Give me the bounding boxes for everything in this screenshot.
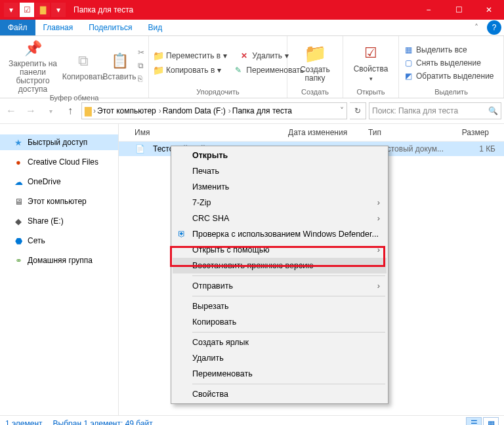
tab-home[interactable]: Главная: [35, 20, 81, 35]
properties-button[interactable]: ☑ Свойства ▾: [347, 43, 394, 83]
status-bar: 1 элемент Выбран 1 элемент: 49 байт ☰ ▦: [0, 415, 504, 425]
sidebar-item-4[interactable]: ◆Share (E:): [0, 213, 118, 229]
pin-button[interactable]: 📌 Закрепить на панели быстрого доступа: [4, 37, 62, 94]
tab-share[interactable]: Поделиться: [81, 20, 140, 35]
menu-open[interactable]: Открыть: [173, 148, 387, 163]
menu-shortcut[interactable]: Создать ярлык: [173, 334, 387, 350]
titlebar: ▾ ☑ ▇ ▾ Папка для теста − ☐ ✕: [0, 0, 504, 20]
menu-print[interactable]: Печать: [173, 163, 387, 179]
paste-button[interactable]: 📋 Вставить: [105, 51, 134, 81]
help-icon[interactable]: ?: [487, 20, 501, 35]
select-all-button[interactable]: ▦Выделить все: [403, 44, 467, 56]
refresh-button[interactable]: ↻: [350, 102, 366, 119]
clipboard-extra-icons: ✂ ⧉ ⎘: [138, 48, 144, 83]
minimize-button[interactable]: −: [413, 0, 444, 20]
address-bar: ← → ▾ ↑ ▇ › Этот компьютер› Random Data …: [0, 98, 504, 124]
sidebar-item-6[interactable]: ⚭Домашняя группа: [0, 253, 118, 268]
new-folder-button[interactable]: 📁 Создать папку: [291, 43, 339, 83]
menu-send-to[interactable]: Отправить›: [173, 278, 387, 294]
properties-icon[interactable]: ☑: [20, 3, 34, 17]
context-menu: Открыть Печать Изменить 7-Zip› CRC SHA› …: [171, 146, 388, 404]
group-clipboard: 📌 Закрепить на панели быстрого доступа ⧉…: [0, 36, 149, 98]
column-headers[interactable]: Имя Дата изменения Тип Размер: [119, 124, 504, 142]
select-none-button[interactable]: ▢Снять выделение: [403, 57, 481, 69]
copy-icon: ⧉: [73, 51, 94, 71]
sidebar-item-1[interactable]: ●Creative Cloud Files: [0, 154, 118, 170]
menu-delete[interactable]: Удалить: [173, 350, 387, 366]
crumb-computer[interactable]: Этот компьютер›: [97, 106, 161, 115]
menu-crc[interactable]: CRC SHA›: [173, 211, 387, 226]
pin-icon: 📌: [22, 37, 43, 58]
file-icon: 📄: [131, 144, 149, 153]
crumb-folder[interactable]: Папка для теста: [232, 106, 292, 115]
selection-info: Выбран 1 элемент: 49 байт: [53, 419, 153, 425]
ribbon: 📌 Закрепить на панели быстрого доступа ⧉…: [0, 36, 504, 98]
copy-to-button[interactable]: 📁Копировать в ▾: [153, 64, 221, 76]
menu-edit[interactable]: Изменить: [173, 179, 387, 195]
cut-icon[interactable]: ✂: [138, 48, 144, 57]
copy-button[interactable]: ⧉ Копировать: [66, 51, 101, 81]
invert-selection-button[interactable]: ◩Обратить выделение: [403, 70, 494, 82]
details-view-button[interactable]: ☰: [466, 417, 482, 425]
group-select: ▦Выделить все ▢Снять выделение ◩Обратить…: [399, 36, 504, 98]
properties-icon: ☑: [360, 43, 381, 64]
window-title: Папка для теста: [66, 5, 413, 14]
folder-icon[interactable]: ▇: [35, 3, 50, 17]
back-button[interactable]: ←: [3, 102, 20, 119]
sidebar-icon: ★: [13, 137, 24, 148]
ribbon-tabs: Файл Главная Поделиться Вид ˄ ?: [0, 20, 504, 36]
folder-icon: ▇: [85, 106, 92, 116]
breadcrumb[interactable]: ▇ › Этот компьютер› Random Data (F:)› Па…: [81, 102, 347, 119]
up-button[interactable]: ↑: [62, 102, 79, 119]
folder-icon: 📁: [304, 43, 326, 64]
forward-button[interactable]: →: [22, 102, 39, 119]
paste-shortcut-icon[interactable]: ⎘: [138, 74, 144, 83]
sidebar-item-0[interactable]: ★Быстрый доступ: [0, 134, 118, 150]
menu-cut[interactable]: Вырезать: [173, 298, 387, 314]
recent-locations-icon[interactable]: ▾: [42, 102, 59, 119]
copypath-icon[interactable]: ⧉: [138, 61, 144, 70]
menu-properties[interactable]: Свойства: [173, 386, 387, 402]
sidebar-icon: ⚭: [13, 255, 24, 266]
crumb-drive[interactable]: Random Data (F:)›: [163, 106, 231, 115]
tab-view[interactable]: Вид: [140, 20, 170, 35]
sidebar-icon: ◆: [13, 216, 24, 226]
sidebar-item-2[interactable]: ☁OneDrive: [0, 174, 118, 190]
group-open: ☑ Свойства ▾ Открыть: [343, 36, 399, 98]
tab-file[interactable]: Файл: [0, 20, 35, 35]
chevron-down-icon[interactable]: ˅: [340, 106, 344, 115]
search-icon: 🔍: [488, 106, 498, 115]
shield-icon: ⛨: [177, 230, 187, 239]
close-button[interactable]: ✕: [474, 0, 504, 20]
delete-button[interactable]: ✕Удалить ▾: [239, 50, 289, 62]
quick-access-toolbar: ▾ ☑ ▇ ▾: [0, 3, 66, 17]
menu-7zip[interactable]: 7-Zip›: [173, 195, 387, 211]
menu-restore-previous[interactable]: Восстановить прежнюю версию: [173, 258, 387, 273]
paste-icon: 📋: [109, 51, 130, 71]
search-input[interactable]: Поиск: Папка для теста 🔍: [369, 102, 501, 119]
menu-copy[interactable]: Копировать: [173, 314, 387, 330]
qat-dropdown-icon[interactable]: ▾: [51, 3, 66, 17]
sidebar-icon: ●: [13, 157, 24, 167]
maximize-button[interactable]: ☐: [444, 0, 474, 20]
move-to-button[interactable]: 📁Переместить в ▾: [153, 50, 227, 62]
sidebar-icon: 🖥: [13, 196, 24, 207]
sidebar-icon: ⬣: [13, 235, 24, 246]
item-count: 1 элемент: [5, 419, 43, 425]
tiles-view-button[interactable]: ▦: [483, 417, 499, 425]
sidebar-icon: ☁: [13, 176, 24, 187]
sidebar-item-3[interactable]: 🖥Этот компьютер: [0, 193, 118, 209]
sidebar-item-5[interactable]: ⬣Сеть: [0, 233, 118, 249]
menu-rename[interactable]: Переименовать: [173, 366, 387, 382]
sidebar: ★Быстрый доступ●Creative Cloud Files☁One…: [0, 124, 119, 415]
menu-open-with[interactable]: Открыть с помощью›: [173, 242, 387, 258]
group-new: 📁 Создать папку Создать: [287, 36, 343, 98]
menu-defender[interactable]: ⛨Проверка с использованием Windows Defen…: [173, 226, 387, 242]
window-buttons: − ☐ ✕: [413, 0, 504, 20]
group-organize: 📁Переместить в ▾ ✕Удалить ▾ 📁Копировать …: [149, 36, 287, 98]
collapse-ribbon-icon[interactable]: ˄: [469, 20, 484, 35]
back-history-icon[interactable]: ▾: [4, 3, 18, 17]
